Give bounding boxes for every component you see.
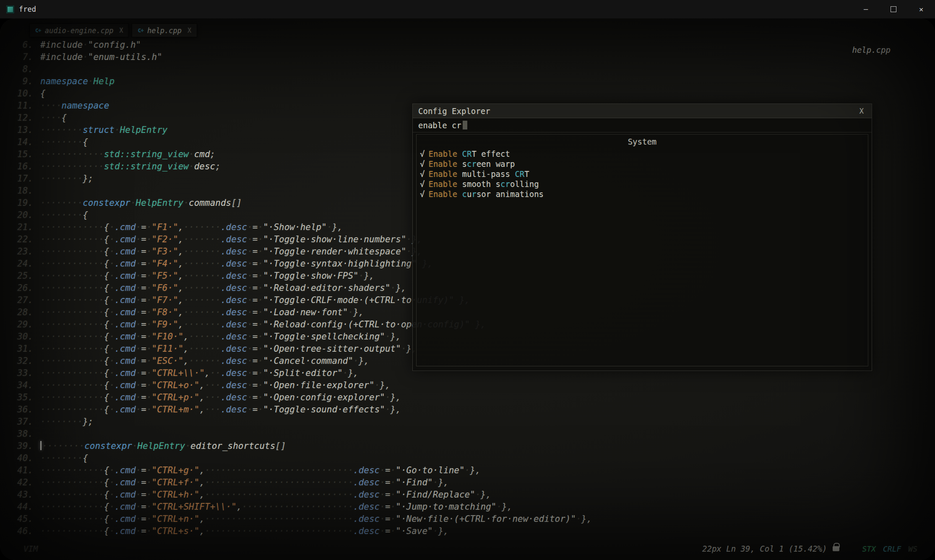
code-line[interactable]: 36.············{·.cmd·=·"CTRL+m·",···.de… — [9, 404, 592, 416]
token: · — [109, 234, 115, 244]
token: .cmd — [115, 392, 136, 402]
code-line[interactable]: 10.{ — [9, 88, 592, 100]
status-bar: VIM 22px Ln 39, Col 1 (15.42%) STXCRLFWS — [23, 544, 917, 553]
code-line[interactable]: 8. — [9, 63, 592, 75]
token: "CTRL+SHIFT+\\·" — [152, 502, 237, 512]
code-line[interactable]: 42.············{·.cmd·=·"CTRL+f·",······… — [9, 477, 592, 489]
token: ············ — [40, 319, 104, 329]
checkbox-checked-icon[interactable]: √ — [420, 159, 425, 169]
token: = — [141, 392, 146, 402]
code-line[interactable]: 43.············{·.cmd·=·"CTRL+h·",······… — [9, 489, 592, 501]
status-info: 22px Ln 39, Col 1 (15.42%) — [702, 544, 827, 553]
token: · — [380, 514, 385, 524]
line-text: ············{·.cmd·=·"CTRL+SHIFT+\\·",··… — [40, 501, 512, 513]
code-line[interactable]: 41.············{·.cmd·=·"CTRL+g·",······… — [9, 464, 592, 477]
token: [] — [231, 198, 242, 208]
maximize-button[interactable] — [880, 0, 907, 18]
token: "F7·" — [152, 295, 178, 305]
code-line[interactable]: 9.namespace·Help — [9, 75, 592, 88]
code-line[interactable]: 7.#include·"enum-utils.h" — [9, 51, 592, 63]
code-line[interactable]: 46.············{·.cmd·=·"CTRL+s·",······… — [9, 525, 592, 537]
config-item[interactable]: √Enable screen warp — [417, 159, 868, 169]
checkbox-checked-icon[interactable]: √ — [420, 169, 425, 179]
tab-close-button[interactable]: X — [188, 27, 191, 34]
token: , — [178, 271, 184, 281]
token: · — [247, 259, 253, 269]
token: ···························· — [205, 490, 353, 500]
token: ······ — [189, 332, 221, 342]
config-item-text: Enable — [428, 159, 457, 169]
code-line[interactable]: 45.············{·.cmd·=·"CTRL+n·",······… — [9, 513, 592, 525]
token: ············ — [40, 246, 104, 257]
tab-audio-engine.cpp[interactable]: C+audio-engine.cppX — [29, 23, 129, 37]
token: · — [247, 271, 253, 281]
code-line[interactable]: 38. — [9, 428, 592, 440]
token: { — [104, 404, 109, 415]
config-item[interactable]: √Enable cursor animations — [417, 189, 868, 199]
code-line[interactable]: 35.············{·.cmd·=·"CTRL+p·",···.de… — [9, 391, 592, 404]
token: }; — [83, 417, 93, 427]
config-item[interactable]: √Enable multi-pass CRT — [417, 169, 868, 179]
token: .cmd — [115, 295, 136, 305]
checkbox-checked-icon[interactable]: √ — [420, 179, 425, 189]
token: "·Find/Replace" — [396, 490, 475, 500]
token: , — [199, 380, 205, 390]
line-number: 45. — [9, 513, 40, 525]
token: "·Reload·editor·shaders" — [263, 283, 390, 293]
line-number: 41. — [9, 464, 40, 477]
token: · — [146, 490, 152, 500]
token: ······· — [183, 283, 221, 293]
code-line[interactable]: 37.········}; — [9, 416, 592, 428]
code-line[interactable]: 44.············{·.cmd·=·"CTRL+SHIFT+\\·"… — [9, 501, 592, 513]
token: · — [247, 380, 253, 390]
token: ············ — [40, 222, 104, 232]
config-close-button[interactable]: X — [857, 107, 866, 115]
checkbox-checked-icon[interactable]: √ — [420, 189, 425, 199]
token: .cmd — [115, 234, 136, 244]
code-line[interactable]: 34.············{·.cmd·=·"CTRL+o·",···.de… — [9, 379, 592, 391]
token: ············ — [40, 465, 104, 475]
minimize-button[interactable]: – — [852, 0, 880, 18]
checkbox-checked-icon[interactable]: √ — [420, 149, 425, 158]
code-line[interactable]: 39.········constexpr·HelpEntry·editor_sh… — [9, 440, 592, 452]
line-number: 21. — [9, 221, 40, 233]
code-line[interactable]: 40.········{ — [9, 452, 592, 464]
token: .cmd — [115, 332, 136, 342]
token: · — [146, 344, 152, 354]
token: = — [141, 404, 146, 415]
token: ············ — [40, 149, 104, 159]
token: · — [146, 392, 152, 402]
tab-close-button[interactable]: X — [119, 27, 123, 34]
line-number: 44. — [9, 501, 40, 513]
config-explorer-titlebar[interactable]: Config Explorer X — [413, 104, 872, 118]
token: }, — [581, 514, 592, 524]
token: = — [253, 344, 258, 354]
token: = — [385, 490, 391, 500]
line-number: 22. — [9, 233, 40, 246]
token: ········ — [40, 125, 83, 135]
token: · — [401, 344, 406, 354]
token: · — [146, 222, 152, 232]
code-line[interactable]: 6.#include·"config.h" — [9, 39, 592, 51]
tab-help.cpp[interactable]: C+help.cppX — [132, 23, 197, 37]
token: , — [178, 307, 184, 317]
token: · — [348, 307, 353, 317]
token: ······· — [183, 307, 221, 317]
close-button[interactable]: ✕ — [907, 0, 935, 18]
token: }, — [364, 271, 374, 281]
token: · — [247, 246, 253, 257]
token: · — [385, 404, 391, 415]
config-search-input[interactable]: enable cr — [413, 118, 872, 132]
token: · — [109, 490, 115, 500]
config-item[interactable]: √Enable smooth scrolling — [417, 179, 868, 189]
token: ······ — [189, 344, 221, 354]
token: .desc — [353, 465, 380, 475]
token: .desc — [221, 222, 247, 232]
token: { — [104, 502, 109, 512]
cpp-file-icon: C+ — [138, 27, 143, 34]
token: "F2·" — [152, 234, 178, 244]
config-item[interactable]: √Enable CRT effect — [417, 149, 868, 159]
tab-label: help.cpp — [147, 26, 182, 35]
token: .cmd — [115, 319, 136, 329]
line-number: 10. — [9, 88, 40, 100]
